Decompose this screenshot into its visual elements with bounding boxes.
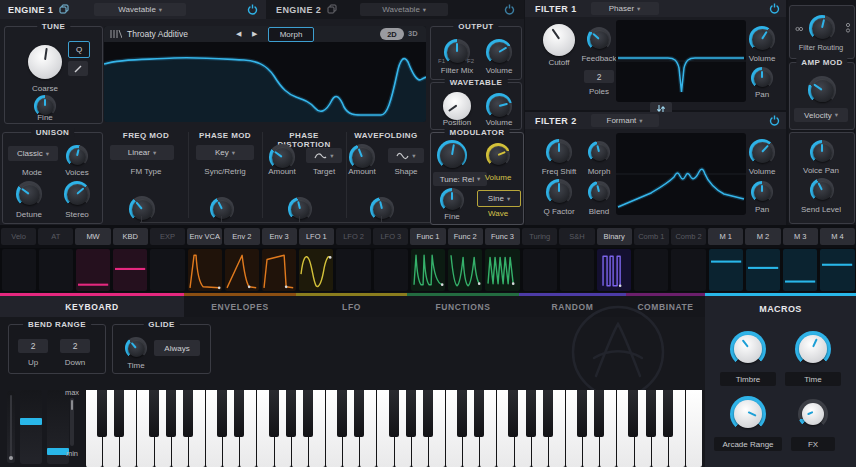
black-key[interactable] xyxy=(354,390,364,437)
filter1-power-icon[interactable] xyxy=(769,3,780,14)
black-key[interactable] xyxy=(389,390,399,437)
piano-keyboard[interactable] xyxy=(85,390,702,467)
poles-value[interactable]: 2 xyxy=(584,70,614,83)
mod-source-m-2[interactable]: M 2 xyxy=(745,228,780,245)
mod-source-velo[interactable]: Velo xyxy=(1,228,36,245)
unison-mode-select[interactable]: Classic xyxy=(8,146,58,161)
mod-thumb-velo[interactable] xyxy=(2,249,36,291)
freq-mod-amount-knob[interactable] xyxy=(129,196,155,222)
black-key[interactable] xyxy=(286,390,296,437)
mod-source-env-vca[interactable]: Env VCA xyxy=(187,228,222,245)
mod-thumb-func-3[interactable] xyxy=(485,249,519,291)
voice-pan-knob[interactable] xyxy=(810,140,834,164)
mod-source-env-2[interactable]: Env 2 xyxy=(224,228,259,245)
bend-up-value[interactable]: 2 xyxy=(18,339,48,353)
mod-source-m-1[interactable]: M 1 xyxy=(708,228,743,245)
black-key[interactable] xyxy=(577,390,587,437)
mod-source-exp[interactable]: EXP xyxy=(150,228,185,245)
modulator-fine-knob[interactable] xyxy=(440,188,464,212)
quantize-button[interactable]: Q xyxy=(68,41,90,58)
black-key[interactable] xyxy=(663,390,673,437)
black-key[interactable] xyxy=(423,390,433,437)
mod-thumb-m-2[interactable] xyxy=(746,249,780,291)
wavetable-volume-knob[interactable] xyxy=(486,93,512,119)
filter2-volume-knob[interactable] xyxy=(749,139,775,165)
mod-thumb-m-1[interactable] xyxy=(709,249,743,291)
mod-source-env-3[interactable]: Env 3 xyxy=(262,228,297,245)
mod-source-at[interactable]: AT xyxy=(38,228,73,245)
mod-wheel[interactable] xyxy=(20,390,42,464)
mod-thumb-s-h[interactable] xyxy=(560,249,594,291)
pd-mod-knob[interactable] xyxy=(288,197,312,221)
mod-thumb-func-2[interactable] xyxy=(448,249,482,291)
engine2-power-icon[interactable] xyxy=(504,4,515,15)
black-key[interactable] xyxy=(149,390,159,437)
black-key[interactable] xyxy=(183,390,193,437)
black-key[interactable] xyxy=(646,390,656,437)
black-key[interactable] xyxy=(97,390,107,437)
wf-shape-select[interactable] xyxy=(388,148,424,163)
mod-source-mw[interactable]: MW xyxy=(75,228,110,245)
modulator-volume-knob[interactable] xyxy=(486,143,510,167)
macro-fx-knob[interactable] xyxy=(798,399,828,429)
mod-thumb-m-4[interactable] xyxy=(820,249,854,291)
filter2-pan-knob[interactable] xyxy=(751,181,773,203)
freq-shift-knob[interactable] xyxy=(546,139,572,165)
voices-knob[interactable] xyxy=(66,145,88,167)
mod-thumb-env-vca[interactable] xyxy=(188,249,222,291)
stereo-knob[interactable] xyxy=(64,181,90,207)
glide-time-knob[interactable] xyxy=(125,337,147,359)
mod-source-func-3[interactable]: Func 3 xyxy=(485,228,520,245)
phase-mod-sync-select[interactable]: Key xyxy=(196,145,254,160)
modulator-tune-knob[interactable] xyxy=(437,140,467,170)
wavetable-display[interactable]: Throaty Additive ◀ ▶ Morph 2D 3D xyxy=(104,26,426,122)
velocity-range-slider[interactable] xyxy=(70,398,74,446)
amp-mod-knob[interactable] xyxy=(808,76,836,104)
glide-mode-button[interactable]: Always xyxy=(154,340,200,356)
amp-mod-source-select[interactable]: Velocity xyxy=(794,108,848,122)
pitch-bend-wheel[interactable] xyxy=(7,391,15,463)
cutoff-knob[interactable] xyxy=(542,23,576,57)
engine2-header[interactable]: ENGINE 2 Wavetable xyxy=(266,0,524,19)
mod-thumb-env-3[interactable] xyxy=(262,249,296,291)
macro-time-knob[interactable] xyxy=(795,331,831,367)
phase-mod-amount-knob[interactable] xyxy=(210,197,234,221)
mod-source-func-2[interactable]: Func 2 xyxy=(448,228,483,245)
mod-source-lfo-2[interactable]: LFO 2 xyxy=(336,228,371,245)
bend-down-value[interactable]: 2 xyxy=(60,339,90,353)
black-key[interactable] xyxy=(217,390,227,437)
tab-envelopes[interactable]: ENVELOPES xyxy=(184,293,296,317)
black-key[interactable] xyxy=(628,390,638,437)
black-key[interactable] xyxy=(457,390,467,437)
white-key[interactable] xyxy=(685,390,702,467)
black-key[interactable] xyxy=(508,390,518,437)
mod-source-lfo-3[interactable]: LFO 3 xyxy=(373,228,408,245)
mod-wheel-handle[interactable] xyxy=(20,418,42,425)
mod-source-s-h[interactable]: S&H xyxy=(559,228,594,245)
next-wavetable-icon[interactable]: ▶ xyxy=(252,30,257,38)
view-2d-toggle[interactable]: 2D xyxy=(380,28,404,40)
detune-knob[interactable] xyxy=(16,181,42,207)
filter1-volume-knob[interactable] xyxy=(749,26,775,52)
mod-thumb-comb-1[interactable] xyxy=(634,249,668,291)
edit-button[interactable] xyxy=(68,61,88,76)
mod-thumb-comb-2[interactable] xyxy=(671,249,705,291)
mod-thumb-kbd[interactable] xyxy=(113,249,147,291)
morph-button[interactable]: Morph xyxy=(268,27,314,42)
mod-thumb-lfo-3[interactable] xyxy=(374,249,408,291)
mod-thumb-mw[interactable] xyxy=(76,249,110,291)
mod-source-lfo-1[interactable]: LFO 1 xyxy=(299,228,334,245)
mod-source-kbd[interactable]: KBD xyxy=(113,228,148,245)
send-level-knob[interactable] xyxy=(810,178,834,202)
black-key[interactable] xyxy=(303,390,313,437)
black-key[interactable] xyxy=(526,390,536,437)
mod-source-func-1[interactable]: Func 1 xyxy=(410,228,445,245)
prev-wavetable-icon[interactable]: ◀ xyxy=(236,30,241,38)
mod-thumb-binary[interactable] xyxy=(597,249,631,291)
engine-volume-knob[interactable] xyxy=(486,39,512,65)
wavetable-name[interactable]: Throaty Additive xyxy=(127,29,188,39)
mod-thumb-lfo-2[interactable] xyxy=(336,249,370,291)
modulator-wave-select[interactable]: Sine xyxy=(477,190,521,207)
mod-thumb-at[interactable] xyxy=(39,249,73,291)
black-key[interactable] xyxy=(543,390,553,437)
